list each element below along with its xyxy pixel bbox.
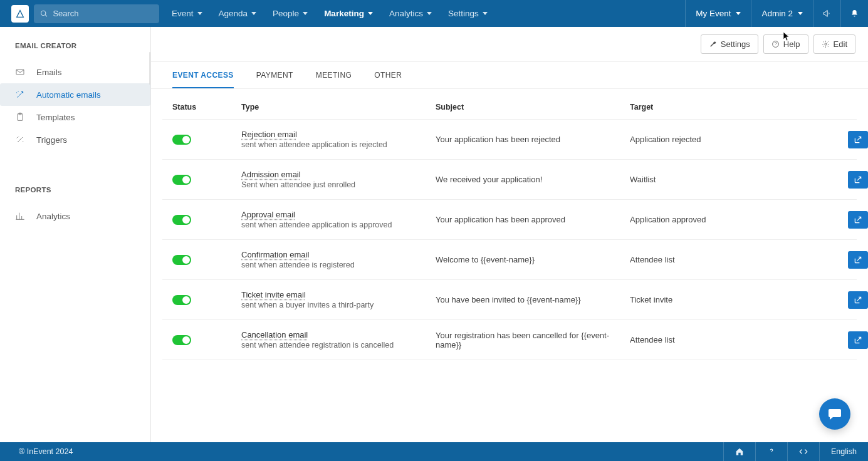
status-toggle[interactable] [172, 335, 191, 345]
tab-other[interactable]: OTHER [374, 62, 402, 88]
search-input-wrapper[interactable] [34, 4, 159, 23]
status-toggle[interactable] [172, 295, 191, 305]
email-subject: You have been invited to {{event-name}} [436, 295, 630, 304]
footer-language-switcher[interactable]: English [819, 442, 868, 461]
button-label: Edit [834, 39, 847, 49]
tab-meeting[interactable]: MEETING [316, 62, 352, 88]
sidebar-section-title: EMAIL CREATOR [0, 42, 150, 61]
footer-code-button[interactable] [787, 442, 819, 461]
button-label: Help [783, 39, 800, 49]
footer-copyright: ® InEvent 2024 [19, 447, 73, 456]
footer-help-button[interactable] [755, 442, 787, 461]
app-logo[interactable] [11, 5, 29, 23]
row-edit-button[interactable] [848, 131, 868, 148]
sidebar-item-automatic-emails[interactable]: Automatic emails [0, 83, 150, 106]
edit-button[interactable]: Edit [813, 34, 855, 54]
email-subject: Your application has been approved [436, 215, 630, 224]
sidebar-item-label: Triggers [36, 135, 67, 145]
sidebar-item-label: Automatic emails [36, 90, 101, 100]
notifications-button[interactable] [840, 0, 868, 27]
email-target: Application rejected [630, 135, 818, 144]
emails-table: Status Type Subject Target Rejection ema… [151, 89, 868, 360]
sidebar-item-emails[interactable]: Emails [0, 61, 150, 83]
column-header-status: Status [172, 103, 241, 111]
row-edit-button[interactable] [848, 211, 868, 229]
email-type-link[interactable]: Rejection email [241, 130, 436, 139]
event-switcher[interactable]: My Event [685, 0, 751, 27]
email-target: Waitlist [630, 175, 818, 184]
nav-label: Marketing [324, 9, 364, 18]
announcements-button[interactable] [813, 0, 840, 27]
email-subject: Your registration has been cancelled for… [436, 331, 630, 350]
chevron-down-icon [798, 12, 803, 15]
sidebar-item-templates[interactable]: Templates [0, 106, 150, 128]
column-header-subject: Subject [436, 103, 630, 111]
language-label: English [831, 447, 857, 456]
email-type-link[interactable]: Cancellation email [241, 330, 436, 339]
wand-sparkle-icon [15, 135, 26, 145]
chevron-down-icon [303, 12, 308, 15]
email-type-link[interactable]: Approval email [241, 210, 436, 219]
sidebar-item-analytics[interactable]: Analytics [0, 205, 150, 227]
status-toggle[interactable] [172, 135, 191, 145]
nav-item-analytics[interactable]: Analytics [389, 9, 432, 18]
nav-item-event[interactable]: Event [172, 9, 202, 18]
tab-payment[interactable]: PAYMENT [256, 62, 293, 88]
clipboard-icon [15, 112, 26, 122]
email-type-link[interactable]: Ticket invite email [241, 290, 436, 299]
chat-launcher[interactable] [819, 398, 850, 430]
status-toggle[interactable] [172, 255, 191, 265]
email-target: Application approved [630, 215, 818, 224]
row-edit-button[interactable] [848, 331, 868, 349]
search-input[interactable] [53, 9, 153, 18]
table-row: Cancellation email sent when attendee re… [162, 320, 857, 360]
chevron-down-icon [368, 12, 373, 15]
bar-chart-icon [15, 211, 26, 221]
row-edit-button[interactable] [848, 171, 868, 189]
row-edit-button[interactable] [848, 251, 868, 269]
gear-icon [822, 40, 830, 48]
primary-nav: Event Agenda People Marketing Analytics … [172, 9, 488, 18]
external-edit-icon [854, 336, 862, 344]
email-type-link[interactable]: Confirmation email [241, 250, 436, 259]
column-header-type: Type [241, 103, 436, 111]
user-switcher[interactable]: Admin 2 [751, 0, 813, 27]
svg-point-4 [824, 43, 826, 45]
top-navbar: Event Agenda People Marketing Analytics … [0, 0, 868, 27]
nav-label: Settings [448, 9, 479, 18]
nav-item-settings[interactable]: Settings [448, 9, 488, 18]
nav-label: Agenda [219, 9, 248, 18]
status-toggle[interactable] [172, 175, 191, 185]
wrench-icon [709, 40, 717, 48]
chevron-down-icon [197, 12, 202, 15]
row-edit-button[interactable] [848, 291, 868, 309]
nav-item-agenda[interactable]: Agenda [219, 9, 257, 18]
sidebar-item-triggers[interactable]: Triggers [0, 128, 150, 151]
code-icon [799, 447, 808, 456]
status-toggle[interactable] [172, 215, 191, 225]
email-type-desc: sent when attendee application is reject… [241, 140, 436, 149]
nav-item-marketing[interactable]: Marketing [324, 9, 373, 18]
settings-button[interactable]: Settings [701, 34, 758, 54]
scrollbar[interactable] [149, 52, 150, 85]
external-edit-icon [854, 175, 862, 184]
button-label: Settings [721, 39, 750, 49]
chevron-down-icon [483, 12, 488, 15]
magic-wand-icon [15, 90, 26, 100]
chevron-down-icon [251, 12, 256, 15]
bell-icon [850, 9, 859, 18]
help-button[interactable]: Help [763, 34, 808, 54]
email-type-desc: sent when attendee registration is cance… [241, 341, 436, 350]
external-edit-icon [854, 215, 862, 224]
chat-icon [827, 407, 842, 422]
svg-rect-0 [16, 70, 24, 75]
home-icon [735, 447, 744, 456]
footer-home-button[interactable] [723, 442, 755, 461]
megaphone-icon [822, 9, 832, 18]
footer-right: English [723, 442, 868, 461]
email-type-link[interactable]: Admission email [241, 170, 436, 179]
external-edit-icon [854, 256, 862, 264]
tab-event-access[interactable]: EVENT ACCESS [172, 62, 234, 88]
nav-item-people[interactable]: People [273, 9, 308, 18]
sidebar-item-label: Analytics [36, 212, 70, 221]
